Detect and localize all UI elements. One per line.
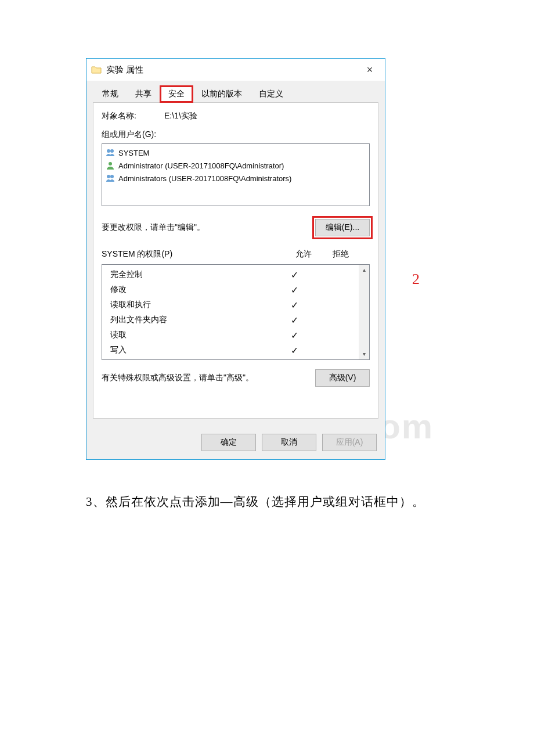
user-list[interactable]: SYSTEM Administrator (USER-20171008FQ\Ad… — [102, 143, 370, 206]
window-title: 实验 属性 — [106, 64, 357, 75]
properties-dialog: 实验 属性 × 常规 共享 安全 以前的版本 自定义 对象名称: E:\1\实验… — [86, 58, 385, 460]
permissions-list: 完全控制 ✓ 修改 ✓ 读取和执行 ✓ 列出文 — [102, 264, 370, 360]
permission-name: 写入 — [110, 345, 274, 355]
advanced-row: 有关特殊权限或高级设置，请单击"高级"。 高级(V) — [102, 369, 370, 387]
folder-icon — [91, 66, 102, 74]
edit-hint-text: 要更改权限，请单击"编辑"。 — [102, 222, 205, 233]
object-name-value: E:\1\实验 — [164, 111, 197, 121]
ok-button[interactable]: 确定 — [201, 434, 256, 451]
allow-check-icon: ✓ — [274, 285, 315, 296]
svg-point-3 — [107, 175, 110, 178]
titlebar[interactable]: 实验 属性 × — [86, 59, 385, 81]
permission-name: 完全控制 — [110, 269, 274, 280]
allow-check-icon: ✓ — [274, 345, 315, 356]
edit-button[interactable]: 编辑(E)... — [315, 219, 370, 236]
scroll-down-icon[interactable]: ▾ — [359, 349, 369, 359]
permissions-for-label: SYSTEM 的权限(P) — [102, 249, 172, 260]
scrollbar[interactable]: ▴ ▾ — [359, 265, 369, 359]
permission-row: 修改 ✓ — [110, 282, 355, 297]
permission-row: 读取和执行 ✓ — [110, 297, 355, 312]
group-icon — [106, 174, 115, 183]
permission-name: 读取和执行 — [110, 300, 274, 310]
cancel-button[interactable]: 取消 — [262, 434, 316, 451]
allow-check-icon: ✓ — [274, 315, 315, 326]
advanced-button[interactable]: 高级(V) — [315, 369, 370, 387]
permissions-header: SYSTEM 的权限(P) 允许 拒绝 — [102, 249, 370, 260]
allow-column-header: 允许 — [295, 249, 312, 260]
caption-text: 3、然后在依次点击添加—高级（选择用户或组对话框中）。 — [86, 494, 425, 510]
dialog-body: 常规 共享 安全 以前的版本 自定义 对象名称: E:\1\实验 组或用户名(G… — [86, 81, 385, 459]
tab-security[interactable]: 安全 — [160, 85, 193, 103]
allow-check-icon: ✓ — [274, 269, 315, 280]
group-users-label: 组或用户名(G): — [102, 129, 370, 140]
scroll-up-icon[interactable]: ▴ — [359, 265, 369, 275]
user-name: SYSTEM — [118, 149, 149, 157]
list-item[interactable]: Administrator (USER-20171008FQ\Administr… — [104, 159, 367, 172]
svg-point-1 — [110, 149, 114, 153]
list-item[interactable]: Administrators (USER-20171008FQ\Administ… — [104, 172, 367, 185]
list-item[interactable]: SYSTEM — [104, 146, 367, 159]
permission-name: 列出文件夹内容 — [110, 315, 274, 325]
edit-permissions-row: 要更改权限，请单击"编辑"。 编辑(E)... — [102, 219, 370, 236]
svg-point-2 — [109, 162, 112, 165]
permission-row: 读取 ✓ — [110, 327, 355, 343]
permission-name: 修改 — [110, 285, 274, 295]
deny-column-header: 拒绝 — [333, 249, 349, 260]
permission-row: 完全控制 ✓ — [110, 267, 355, 282]
group-icon — [106, 148, 115, 157]
tab-previous-versions[interactable]: 以前的版本 — [193, 85, 251, 103]
permission-name: 读取 — [110, 330, 274, 340]
user-name: Administrators (USER-20171008FQ\Administ… — [118, 174, 291, 183]
annotation-2: 2 — [412, 271, 420, 288]
allow-check-icon: ✓ — [274, 300, 315, 311]
allow-check-icon: ✓ — [274, 330, 315, 341]
close-button[interactable]: × — [357, 61, 383, 78]
advanced-hint-text: 有关特殊权限或高级设置，请单击"高级"。 — [102, 373, 254, 383]
user-icon — [106, 161, 115, 170]
permission-row: 列出文件夹内容 ✓ — [110, 312, 355, 327]
tab-share[interactable]: 共享 — [127, 85, 160, 103]
object-name-row: 对象名称: E:\1\实验 — [102, 111, 370, 121]
permission-row: 写入 ✓ — [110, 343, 355, 358]
svg-point-4 — [110, 175, 114, 178]
svg-point-0 — [107, 149, 110, 153]
dialog-buttons: 确定 取消 应用(A) — [86, 426, 385, 459]
apply-button[interactable]: 应用(A) — [322, 434, 377, 451]
tabs-row: 常规 共享 安全 以前的版本 自定义 — [86, 81, 385, 103]
tab-general[interactable]: 常规 — [93, 85, 127, 103]
tab-custom[interactable]: 自定义 — [250, 85, 292, 103]
tab-content-security: 对象名称: E:\1\实验 组或用户名(G): SYSTEM Administr… — [93, 102, 378, 419]
user-name: Administrator (USER-20171008FQ\Administr… — [118, 161, 284, 170]
object-name-label: 对象名称: — [102, 111, 164, 121]
